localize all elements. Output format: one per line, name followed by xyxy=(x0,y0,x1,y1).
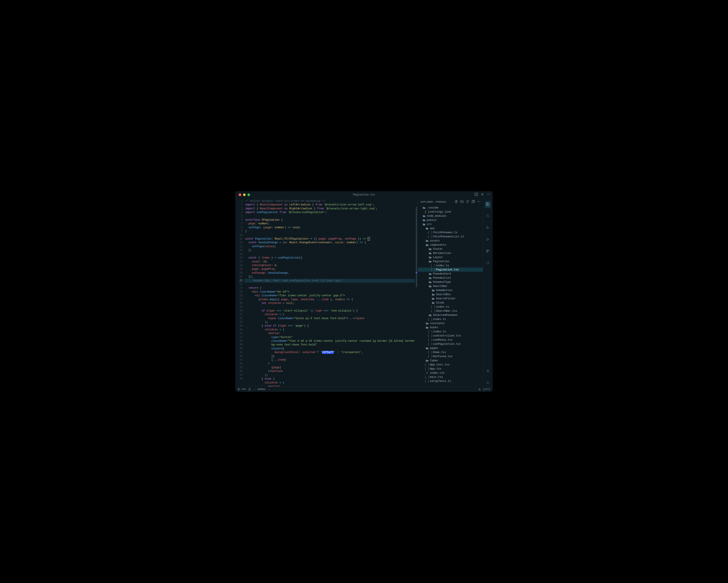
tree-item-pokedexlist[interactable]: PokedexList xyxy=(418,276,483,280)
folder-icon xyxy=(428,272,432,275)
tree-item-setuptests-ts[interactable]: { } setupTests.ts xyxy=(418,379,483,383)
tree-item-label: .vscode xyxy=(427,206,438,209)
close-editor-icon[interactable] xyxy=(480,193,484,197)
tree-item-index-ts[interactable]: { } index.ts xyxy=(418,305,483,309)
tree-item-index-ts[interactable]: { } index.ts xyxy=(418,330,483,334)
eye-icon[interactable] xyxy=(478,388,481,390)
svg-point-16 xyxy=(487,215,488,217)
tree-item-app-test-tsx[interactable]: { } App.test.tsx xyxy=(418,363,483,367)
tree-item-label: setupTests.ts xyxy=(430,380,451,383)
refresh-icon[interactable] xyxy=(466,200,469,204)
tree-item-footer[interactable]: Footer xyxy=(418,247,483,251)
json-tab-icon[interactable] xyxy=(485,260,491,267)
tree-item-label: Pagination.tsx xyxy=(436,268,459,271)
tree-item-pokedexcard[interactable]: PokedexCard xyxy=(418,272,483,276)
status-right-text: [off] xyxy=(483,388,490,391)
ts-icon: { } xyxy=(425,380,428,383)
folder-open-icon xyxy=(428,285,432,288)
extensions-tab-icon[interactable] xyxy=(485,248,491,255)
tree-item-index-ts[interactable]: { } index.ts xyxy=(418,317,483,321)
source-control-tab-icon[interactable] xyxy=(485,225,491,231)
tree-item-slide[interactable]: Slide xyxy=(418,301,483,305)
tree-item-label: App.test.tsx xyxy=(430,363,449,366)
ts-icon: { } xyxy=(432,268,435,271)
ts-icon: { } xyxy=(428,355,432,358)
tree-item-pages[interactable]: pages xyxy=(418,346,483,350)
status-bar: dev -- NORMAL -- [off] xyxy=(236,387,492,391)
tree-item-index-ts[interactable]: { } index.ts xyxy=(418,263,483,268)
svg-point-5 xyxy=(488,194,489,195)
ts-icon: { } xyxy=(428,342,432,345)
new-file-icon[interactable] xyxy=(454,200,458,204)
tree-item-pokemontype[interactable]: PokemonType xyxy=(418,280,483,284)
tree-item-usemedia-tsx[interactable]: { } useMedia.tsx xyxy=(418,338,483,342)
tree-item-main-tsx[interactable]: { } main.tsx xyxy=(418,375,483,379)
tree-item-components[interactable]: components xyxy=(418,243,483,247)
tree-item-api[interactable]: api xyxy=(418,226,483,230)
account-icon[interactable] xyxy=(485,368,491,375)
tree-item-pagination[interactable]: Pagination xyxy=(418,259,483,263)
explorer-title: EXPLORER: POKEDEX xyxy=(421,201,446,203)
tree-item-fetchpokemon-ts[interactable]: { } fetchPokemon.ts xyxy=(418,230,483,234)
tree-item-hooks[interactable]: hooks xyxy=(418,326,483,330)
code-editor[interactable]: /* eslint-disable react/jsx-props-no-spr… xyxy=(244,198,415,387)
tree-item-layout[interactable]: Layout xyxy=(418,255,483,259)
minimap-thumb[interactable] xyxy=(416,207,417,287)
tree-item-node-modules[interactable]: node_modules xyxy=(418,214,483,218)
minimap-marker xyxy=(416,272,417,273)
tree-item-usepagination-tsx[interactable]: { } usePagination.tsx xyxy=(418,342,483,346)
tree-item-types[interactable]: types xyxy=(418,358,483,363)
tree-item-label: main.tsx xyxy=(430,376,443,379)
tree-item-label: api xyxy=(430,227,435,230)
tree-item-usecontrolled-tsx[interactable]: { } useControlled.tsx xyxy=(418,334,483,338)
more-actions-icon[interactable] xyxy=(487,193,490,197)
file-tree[interactable]: .vscode { } settings.json node_modules p… xyxy=(418,206,483,387)
tree-item-label: SearchBox xyxy=(436,293,451,296)
ts-icon: { } xyxy=(428,330,432,333)
tree-item-searchbox[interactable]: SearchBox xyxy=(418,293,483,297)
tree-item-home-tsx[interactable]: { } Home.tsx xyxy=(418,350,483,354)
tree-item-homebutton[interactable]: HomeButton xyxy=(418,288,483,293)
tree-item-label: Layout xyxy=(433,256,443,259)
ts-icon: { } xyxy=(432,264,435,267)
tree-item-searchbar[interactable]: SearchBar xyxy=(418,284,483,288)
tree-item-pagination-tsx[interactable]: { } Pagination.tsx xyxy=(418,268,483,272)
tree-item-fetchpokemonlist-ts[interactable]: { } fetchPokemonList.ts xyxy=(418,234,483,239)
folder-open-icon xyxy=(425,244,428,247)
tree-item-herosection[interactable]: HeroSection xyxy=(418,251,483,255)
tree-item-label: Home.tsx xyxy=(433,351,446,354)
vscode-window: Pagination.tsx 1234567891011121314151617… xyxy=(236,192,492,391)
minimap[interactable] xyxy=(416,198,417,387)
tree-item-label: fetchPokemonList.ts xyxy=(433,235,464,238)
search-tab-icon[interactable] xyxy=(485,213,491,220)
tree-item-notfound-tsx[interactable]: { } NotFound.tsx xyxy=(418,354,483,358)
git-branch-indicator[interactable]: dev xyxy=(238,388,246,390)
folder-open-icon xyxy=(425,347,428,350)
sync-icon[interactable] xyxy=(248,388,251,390)
settings-gear-icon[interactable] xyxy=(485,380,491,387)
ts-icon: { } xyxy=(425,367,428,370)
folder-icon xyxy=(422,215,425,218)
new-folder-icon[interactable] xyxy=(460,200,464,204)
tree-item-index-css[interactable]: # index.css xyxy=(418,371,483,375)
explorer-tab-icon[interactable] xyxy=(485,201,491,208)
tree-item-selectedpokemon[interactable]: SelectedPokemon xyxy=(418,313,483,317)
tree-item-settings-json[interactable]: { } settings.json xyxy=(418,210,483,214)
run-debug-tab-icon[interactable] xyxy=(485,236,491,243)
tree-item-public[interactable]: public xyxy=(418,218,483,222)
tree-item-searchfilter[interactable]: SearchFilter xyxy=(418,297,483,301)
tree-item-label: HeroSection xyxy=(433,252,451,255)
tree-item-src[interactable]: src xyxy=(418,222,483,226)
tree-item-constants[interactable]: constants xyxy=(418,321,483,326)
explorer-actions xyxy=(454,200,480,204)
split-editor-icon[interactable] xyxy=(474,193,478,197)
more-icon[interactable] xyxy=(477,200,480,204)
tree-item-app-tsx[interactable]: { } App.tsx xyxy=(418,367,483,371)
tree-item-searchbar-tsx[interactable]: { } SearchBar.tsx xyxy=(418,309,483,313)
collapse-all-icon[interactable] xyxy=(471,200,475,204)
tree-item-assets[interactable]: assets xyxy=(418,239,483,243)
titlebar: Pagination.tsx xyxy=(236,192,492,198)
ts-icon: { } xyxy=(425,363,428,366)
tree-item-label: useControlled.tsx xyxy=(433,334,461,337)
tree-item--vscode[interactable]: .vscode xyxy=(418,206,483,210)
